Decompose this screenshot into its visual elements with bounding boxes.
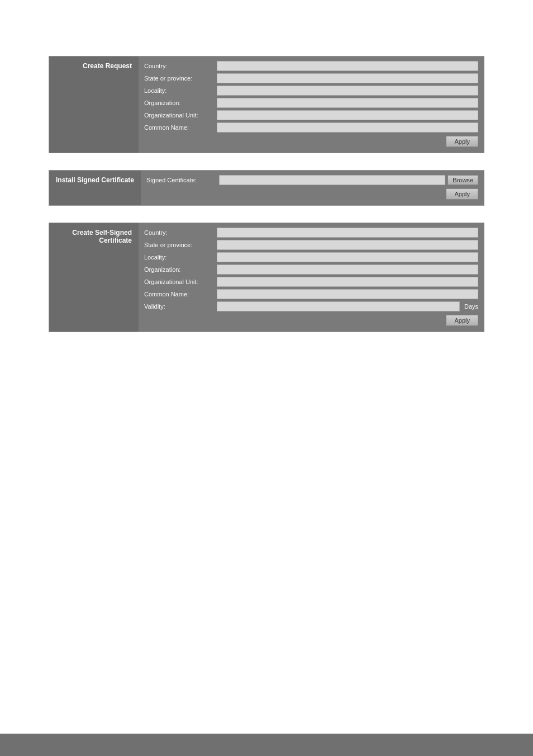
common-name-row: Common Name: [144,122,478,133]
ss-validity-input[interactable] [217,301,460,311]
ss-country-row: Country: [144,228,478,238]
organization-input[interactable] [217,98,478,108]
org-unit-row: Organizational Unit: [144,110,478,120]
create-request-body: Country: State or province: Locality: Or… [139,56,484,153]
ss-validity-row: Validity: Days [144,301,478,311]
create-self-signed-body: Country: State or province: Locality: Or… [139,223,484,332]
ss-organization-input[interactable] [217,264,478,275]
create-request-panel: Create Request Country: State or provinc… [49,56,484,153]
locality-label: Locality: [144,87,217,94]
ss-common-name-row: Common Name: [144,289,478,299]
signed-cert-row: Signed Certificate: Browse [146,175,478,185]
create-request-header: Create Request [49,56,139,153]
country-input[interactable] [217,61,478,71]
create-self-signed-panel: Create Self-Signed Certificate Country: … [49,223,484,332]
create-self-signed-apply-row: Apply [144,315,478,326]
ss-state-label: State or province: [144,242,217,248]
create-self-signed-apply-button[interactable]: Apply [446,315,478,326]
ss-common-name-input[interactable] [217,289,478,299]
country-label: Country: [144,63,217,69]
ss-organization-row: Organization: [144,264,478,275]
org-unit-label: Organizational Unit: [144,112,217,119]
state-input[interactable] [217,73,478,83]
ss-state-row: State or province: [144,240,478,250]
organization-label: Organization: [144,100,217,106]
signed-cert-label: Signed Certificate: [146,177,219,183]
ss-org-unit-input[interactable] [217,277,478,287]
ss-state-input[interactable] [217,240,478,250]
locality-row: Locality: [144,86,478,96]
install-signed-apply-row: Apply [146,188,478,200]
browse-button[interactable]: Browse [448,175,478,185]
state-row: State or province: [144,73,478,83]
common-name-input[interactable] [217,122,478,133]
country-row: Country: [144,61,478,71]
install-signed-apply-button[interactable]: Apply [446,188,478,200]
ss-org-unit-row: Organizational Unit: [144,277,478,287]
locality-input[interactable] [217,86,478,96]
create-self-signed-header: Create Self-Signed Certificate [49,223,139,332]
install-signed-header: Install Signed Certificate [49,171,141,205]
install-signed-panel: Install Signed Certificate Signed Certif… [49,170,484,206]
ss-country-input[interactable] [217,228,478,238]
create-request-apply-row: Apply [144,136,478,147]
days-suffix-label: Days [462,303,478,310]
ss-common-name-label: Common Name: [144,291,217,297]
signed-cert-input-wrap: Browse [219,175,478,185]
ss-validity-label: Validity: [144,303,217,310]
organization-row: Organization: [144,98,478,108]
install-signed-body: Signed Certificate: Browse Apply [141,171,484,205]
footer-bar [0,734,533,756]
ss-locality-row: Locality: [144,252,478,262]
ss-organization-label: Organization: [144,266,217,273]
ss-country-label: Country: [144,229,217,236]
org-unit-input[interactable] [217,110,478,120]
common-name-label: Common Name: [144,124,217,131]
create-request-apply-button[interactable]: Apply [446,136,478,147]
ss-validity-input-wrap: Days [217,301,478,311]
ss-locality-label: Locality: [144,254,217,261]
state-label: State or province: [144,75,217,82]
ss-locality-input[interactable] [217,252,478,262]
ss-org-unit-label: Organizational Unit: [144,278,217,285]
signed-cert-input[interactable] [219,175,445,185]
